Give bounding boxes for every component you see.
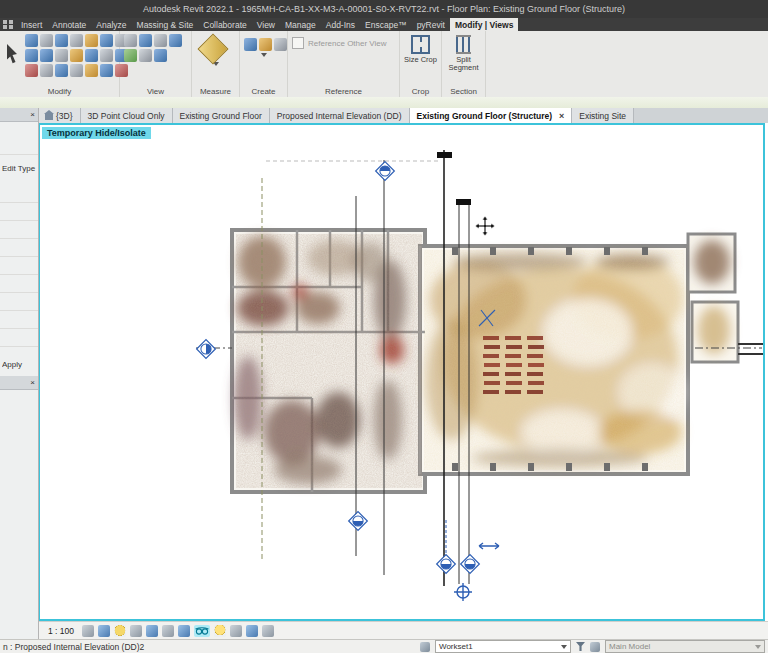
detail-level-icon[interactable] bbox=[82, 625, 94, 637]
mirror-pick-icon[interactable] bbox=[55, 34, 68, 47]
drawing-area[interactable]: Temporary Hide/Isolate bbox=[38, 123, 765, 621]
view-tab-label: 3D Point Cloud Only bbox=[88, 111, 165, 121]
visual-style-icon[interactable] bbox=[98, 625, 110, 637]
show-crop-region-icon[interactable] bbox=[178, 625, 190, 637]
render-gallery-icon[interactable] bbox=[139, 49, 152, 62]
tab-enscape[interactable]: Enscape™ bbox=[360, 18, 412, 31]
reference-other-view-checkbox[interactable] bbox=[292, 37, 304, 49]
match-properties-icon[interactable] bbox=[40, 64, 53, 77]
cope-icon[interactable] bbox=[85, 64, 98, 77]
properties-panel-header: × bbox=[0, 108, 38, 122]
view-tab-existing-ground-floor-structure[interactable]: Existing Ground Floor (Structure) × bbox=[410, 108, 573, 123]
scale-icon[interactable] bbox=[85, 49, 98, 62]
shadows-icon[interactable] bbox=[130, 625, 142, 637]
panel-label-create[interactable]: Create bbox=[240, 87, 287, 96]
crop-view-icon[interactable] bbox=[162, 625, 174, 637]
worksets-icon[interactable] bbox=[420, 642, 430, 652]
panel-label-reference[interactable]: Reference bbox=[288, 87, 399, 96]
trim-corner-icon[interactable] bbox=[100, 34, 113, 47]
panel-label-section[interactable]: Section bbox=[442, 87, 485, 96]
align-icon[interactable] bbox=[25, 34, 38, 47]
workset-select[interactable]: Workset1 bbox=[435, 640, 571, 653]
split-icon[interactable] bbox=[85, 34, 98, 47]
measure-icon[interactable] bbox=[197, 33, 228, 64]
cut-geometry-icon[interactable] bbox=[55, 64, 68, 77]
dropdown-caret-icon bbox=[755, 645, 761, 649]
tab-annotate[interactable]: Annotate bbox=[47, 18, 91, 31]
show-rendering-dialog-icon[interactable] bbox=[146, 625, 158, 637]
dropdown-caret-icon bbox=[561, 645, 567, 649]
menu-grid-icon[interactable] bbox=[3, 20, 13, 29]
temporary-hide-isolate-badge: Temporary Hide/Isolate bbox=[42, 127, 151, 139]
offset-icon[interactable] bbox=[40, 34, 53, 47]
scale-button[interactable]: 1 : 100 bbox=[44, 626, 78, 636]
schedules-icon[interactable] bbox=[274, 38, 287, 51]
panel-label-crop[interactable]: Crop bbox=[400, 87, 441, 96]
floor-plan-svg[interactable] bbox=[40, 125, 763, 619]
split-segment-button[interactable]: Split Segment bbox=[446, 34, 481, 73]
default-3d-view-icon[interactable] bbox=[154, 49, 167, 62]
delete-icon[interactable] bbox=[25, 64, 38, 77]
filter-icon[interactable] bbox=[576, 642, 585, 651]
view-3d-icon bbox=[45, 114, 53, 120]
status-bar: n : Proposed Internal Elevation (DD)2 Wo… bbox=[0, 639, 768, 653]
design-options-icon[interactable] bbox=[590, 642, 600, 652]
tab-view[interactable]: View bbox=[252, 18, 280, 31]
panel-label-modify[interactable]: Modify bbox=[0, 87, 119, 96]
apply-button[interactable]: Apply bbox=[2, 360, 38, 369]
view-tab-3d[interactable]: {3D} bbox=[38, 108, 81, 123]
rotate-icon[interactable] bbox=[55, 49, 68, 62]
workset-value: Workset1 bbox=[439, 642, 473, 651]
panel-label-measure[interactable]: Measure bbox=[192, 87, 239, 96]
copy-icon[interactable] bbox=[40, 49, 53, 62]
show-hidden-lines-icon[interactable] bbox=[139, 34, 152, 47]
tab-massing-site[interactable]: Massing & Site bbox=[132, 18, 199, 31]
revit-window: Autodesk Revit 2022.1 - 1965MH-CA-B1-XX-… bbox=[0, 0, 768, 653]
tab-addins[interactable]: Add-Ins bbox=[321, 18, 360, 31]
create-dropdown-icon[interactable] bbox=[261, 53, 267, 57]
design-option-select[interactable]: Main Model bbox=[605, 640, 765, 653]
view-tab-existing-site[interactable]: Existing Site bbox=[572, 108, 634, 123]
pin-icon[interactable] bbox=[100, 49, 113, 62]
view-tab-proposed-internal-elevation[interactable]: Proposed Internal Elevation (DD) bbox=[270, 108, 410, 123]
close-panel-icon[interactable]: × bbox=[30, 110, 35, 119]
cut-profile-icon[interactable] bbox=[169, 34, 182, 47]
join-geometry-icon[interactable] bbox=[70, 64, 83, 77]
tab-pyrevit[interactable]: pyRevit bbox=[412, 18, 450, 31]
panel-create: Create bbox=[240, 31, 288, 97]
temporary-view-properties-icon[interactable] bbox=[230, 625, 242, 637]
size-crop-button[interactable]: Size Crop bbox=[404, 34, 437, 64]
tab-manage[interactable]: Manage bbox=[280, 18, 321, 31]
tab-collaborate[interactable]: Collaborate bbox=[198, 18, 251, 31]
sun-path-icon[interactable] bbox=[114, 625, 126, 637]
mirror-axis-icon[interactable] bbox=[70, 34, 83, 47]
panel-label-view[interactable]: View bbox=[120, 87, 191, 96]
show-constraints-icon[interactable] bbox=[262, 625, 274, 637]
size-crop-icon bbox=[411, 35, 430, 54]
edit-type-button[interactable]: Edit Type bbox=[2, 164, 38, 173]
legend-icon[interactable] bbox=[259, 38, 272, 51]
duplicate-view-icon[interactable] bbox=[244, 38, 257, 51]
array-icon[interactable] bbox=[70, 49, 83, 62]
paint-icon[interactable] bbox=[100, 64, 113, 77]
render-icon[interactable] bbox=[124, 49, 137, 62]
worksharing-display-icon[interactable] bbox=[246, 625, 258, 637]
move-icon[interactable] bbox=[25, 49, 38, 62]
split-segment-label: Split Segment bbox=[446, 56, 481, 73]
view-tab-label: Existing Ground Floor bbox=[180, 111, 262, 121]
temporary-hide-isolate-icon[interactable] bbox=[194, 625, 210, 637]
select-arrow-icon[interactable] bbox=[4, 34, 20, 76]
tab-insert[interactable]: Insert bbox=[16, 18, 47, 31]
view-tab-point-cloud[interactable]: 3D Point Cloud Only bbox=[81, 108, 173, 123]
view-tab-existing-ground-floor[interactable]: Existing Ground Floor bbox=[173, 108, 270, 123]
left-docked-panels: × Edit Type Apply × bbox=[0, 108, 39, 639]
tab-analyze[interactable]: Analyze bbox=[91, 18, 131, 31]
project-browser-header: × bbox=[0, 376, 38, 390]
tab-modify-views[interactable]: Modify | Views bbox=[450, 18, 518, 31]
close-tab-icon[interactable]: × bbox=[559, 111, 564, 121]
reference-other-view-label: Reference Other View bbox=[308, 39, 387, 48]
close-panel-icon[interactable]: × bbox=[30, 378, 35, 387]
thin-lines-icon[interactable] bbox=[124, 34, 137, 47]
reveal-hidden-elements-icon[interactable] bbox=[214, 625, 226, 637]
remove-hidden-lines-icon[interactable] bbox=[154, 34, 167, 47]
